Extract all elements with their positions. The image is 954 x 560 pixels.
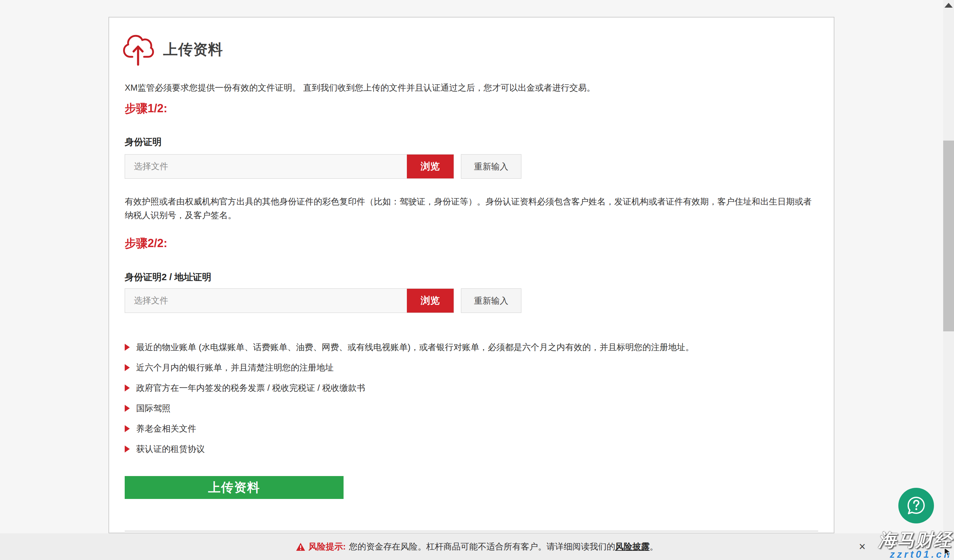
triangle-right-icon — [125, 364, 130, 371]
address-browse-button[interactable]: 浏览 — [407, 289, 454, 313]
identity-file-box: 浏览 — [125, 154, 454, 179]
address-proof-label: 身份证明2 / 地址证明 — [125, 271, 211, 284]
risk-warning-bar: 风险提示: 您的资金存在风险。杠杆商品可能不适合所有客户。请详细阅读我们的 风险… — [0, 533, 954, 560]
scrollbar-thumb[interactable] — [943, 140, 954, 331]
list-item-text: 最近的物业账单 (水电煤账单、话费账单、油费、网费、或有线电视账单)，或者银行对… — [136, 342, 694, 353]
list-item-text: 近六个月内的银行账单，并且清楚注明您的注册地址 — [136, 362, 334, 373]
intro-text: XM监管必须要求您提供一份有效的文件证明。 直到我们收到您上传的文件并且认证通过… — [125, 81, 818, 95]
list-item: 养老金相关文件 — [125, 418, 694, 439]
list-item: 近六个月内的银行账单，并且清楚注明您的注册地址 — [125, 358, 694, 378]
triangle-right-icon — [125, 344, 130, 351]
list-item-text: 政府官方在一年内签发的税务发票 / 税收完税证 / 税收缴款书 — [136, 382, 365, 394]
warning-triangle-icon — [296, 543, 306, 551]
identity-file-row: 浏览 重新输入 — [125, 154, 521, 179]
triangle-right-icon — [125, 384, 130, 392]
step2-heading: 步骤2/2: — [125, 236, 167, 251]
identity-proof-label: 身份证明 — [125, 136, 162, 148]
list-item: 获认证的租赁协议 — [125, 439, 694, 459]
address-file-row: 浏览 重新输入 — [125, 288, 521, 313]
list-item: 政府官方在一年内签发的税务发票 / 税收完税证 / 税收缴款书 — [125, 378, 694, 398]
page-title: 上传资料 — [163, 40, 223, 59]
address-reset-button[interactable]: 重新输入 — [461, 288, 521, 313]
risk-warning-text: 您的资金存在风险。杠杆商品可能不适合所有客户。请详细阅读我们的 — [349, 541, 615, 552]
triangle-right-icon — [125, 405, 130, 412]
scroll-up-arrow-icon[interactable] — [945, 3, 953, 8]
identity-proof-description: 有效护照或者由权威机构官方出具的其他身份证件的彩色复印件（比如：驾驶证，身份证等… — [125, 195, 818, 222]
accepted-documents-list: 最近的物业账单 (水电煤账单、话费账单、油费、网费、或有线电视账单)，或者银行对… — [125, 337, 694, 459]
identity-file-input[interactable] — [125, 154, 407, 178]
identity-browse-button[interactable]: 浏览 — [407, 154, 454, 178]
support-chat-button[interactable] — [898, 488, 934, 523]
list-item: 最近的物业账单 (水电煤账单、话费账单、油费、网费、或有线电视账单)，或者银行对… — [125, 337, 694, 358]
triangle-right-icon — [125, 425, 130, 432]
upload-submit-button[interactable]: 上传资料 — [125, 476, 344, 499]
triangle-right-icon — [125, 445, 130, 453]
mouse-cursor — [944, 548, 951, 557]
question-bubble-icon — [905, 495, 927, 516]
list-item: 国际驾照 — [125, 398, 694, 418]
cloud-upload-icon — [123, 31, 154, 68]
list-item-text: 获认证的租赁协议 — [136, 443, 205, 455]
address-file-box: 浏览 — [125, 288, 454, 313]
list-item-text: 养老金相关文件 — [136, 423, 196, 434]
risk-disclosure-link[interactable]: 风险披露 — [615, 541, 650, 552]
risk-bar-close-button[interactable]: × — [859, 541, 865, 552]
risk-warning-suffix: 。 — [650, 541, 658, 552]
identity-reset-button[interactable]: 重新输入 — [461, 154, 521, 179]
risk-warning-label: 风险提示: — [309, 541, 346, 552]
list-item-text: 国际驾照 — [136, 403, 170, 414]
card-bottom-divider — [125, 531, 818, 531]
address-file-input[interactable] — [125, 289, 407, 313]
vertical-scrollbar[interactable] — [943, 0, 954, 560]
card-header: 上传资料 — [123, 31, 223, 68]
upload-documents-card: 上传资料 XM监管必须要求您提供一份有效的文件证明。 直到我们收到您上传的文件并… — [109, 17, 834, 533]
step1-heading: 步骤1/2: — [125, 101, 167, 117]
